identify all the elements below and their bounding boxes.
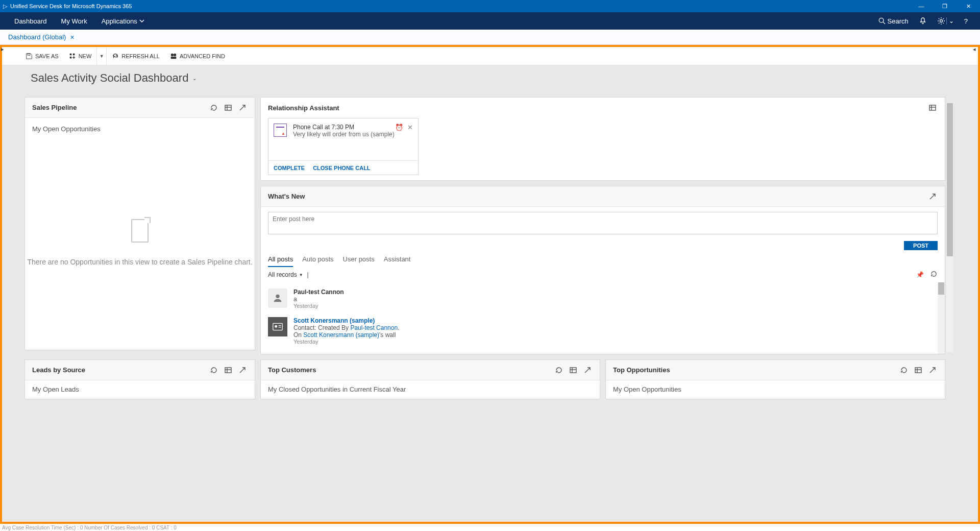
content-scrollbar[interactable] bbox=[946, 103, 953, 352]
dashboard-content: Sales Pipeline My Open Opportunities The… bbox=[2, 91, 978, 522]
svg-rect-24 bbox=[570, 368, 576, 373]
minimize-button[interactable]: — bbox=[910, 0, 933, 12]
view-records-icon[interactable] bbox=[927, 103, 938, 113]
dashboard-title: Sales Activity Social Dashboard bbox=[31, 71, 188, 85]
view-records-icon[interactable] bbox=[568, 365, 578, 375]
nav-notifications[interactable] bbox=[914, 12, 932, 30]
link-paul-test[interactable]: Paul-test Cannon bbox=[350, 324, 398, 331]
advanced-find-button[interactable]: ADVANCED FIND bbox=[165, 47, 230, 65]
search-icon bbox=[878, 17, 886, 25]
refresh-panel-icon[interactable] bbox=[209, 103, 219, 113]
svg-rect-27 bbox=[915, 368, 921, 373]
nav-applications[interactable]: Applications bbox=[94, 12, 152, 30]
expand-left-icon[interactable]: ▸ bbox=[1, 46, 7, 52]
tab-auto-posts[interactable]: Auto posts bbox=[302, 255, 333, 267]
assistant-card[interactable]: Phone Call at 7:30 PM Very likely will o… bbox=[268, 118, 419, 175]
svg-rect-13 bbox=[929, 105, 936, 110]
records-filter[interactable]: All records bbox=[268, 271, 297, 278]
chevron-down-icon[interactable]: ▼ bbox=[299, 273, 303, 277]
status-text: Avg Case Resolution Time (Sec) : 0 Numbe… bbox=[2, 525, 177, 530]
enlarge-panel-icon[interactable] bbox=[927, 365, 938, 375]
post-body-line2: On Scott Konersmann (sample)'s wall bbox=[293, 331, 399, 339]
refresh-panel-icon[interactable] bbox=[554, 365, 564, 375]
sales-pipeline-panel: Sales Pipeline My Open Opportunities The… bbox=[24, 97, 255, 350]
maximize-button[interactable]: ❐ bbox=[933, 0, 957, 12]
sales-pipeline-subtitle: My Open Opportunities bbox=[25, 118, 255, 140]
close-phone-call-action[interactable]: CLOSE PHONE CALL bbox=[313, 165, 370, 171]
dashboard-frame: ▸ ◂ SAVE AS NEW ▼ REFRESH ALL ADVANCED F… bbox=[0, 45, 980, 524]
view-records-icon[interactable] bbox=[223, 365, 233, 375]
empty-pipeline-text: There are no Opportunities in this view … bbox=[27, 258, 252, 266]
app-icon: ▷ bbox=[3, 3, 7, 10]
new-button[interactable]: NEW bbox=[64, 47, 97, 65]
main-nav-bar: Dashboard My Work Applications Search ⌄ … bbox=[0, 12, 980, 30]
view-records-icon[interactable] bbox=[223, 103, 233, 113]
phone-call-activity-icon bbox=[274, 124, 287, 137]
post-author-link[interactable]: Scott Konersmann (sample) bbox=[293, 317, 399, 324]
svg-rect-17 bbox=[273, 323, 282, 330]
nav-my-work[interactable]: My Work bbox=[54, 12, 94, 30]
card-subtitle: Very likely will order from us (sample) bbox=[293, 131, 395, 138]
tab-strip: Dashboard (Global) × bbox=[0, 30, 980, 45]
enlarge-panel-icon[interactable] bbox=[582, 365, 593, 375]
svg-rect-5 bbox=[73, 53, 75, 55]
pin-icon[interactable]: 📌 bbox=[916, 271, 924, 278]
empty-document-icon bbox=[131, 219, 149, 243]
post-input[interactable] bbox=[268, 212, 938, 234]
expand-right-icon[interactable]: ◂ bbox=[973, 46, 979, 52]
svg-rect-21 bbox=[225, 368, 231, 373]
posts-scrollbar[interactable] bbox=[938, 282, 945, 354]
tab-assistant[interactable]: Assistant bbox=[384, 255, 411, 267]
new-dropdown[interactable]: ▼ bbox=[96, 47, 107, 65]
svg-point-18 bbox=[275, 325, 277, 328]
post-item[interactable]: Scott Konersmann (sample) Contact: Creat… bbox=[268, 313, 938, 349]
enlarge-panel-icon[interactable] bbox=[237, 365, 248, 375]
post-button[interactable]: POST bbox=[904, 241, 938, 250]
tab-dashboard-global[interactable]: Dashboard (Global) × bbox=[5, 31, 78, 43]
window-title: Unified Service Desk for Microsoft Dynam… bbox=[10, 3, 132, 9]
nav-help[interactable]: ? bbox=[959, 12, 973, 30]
refresh-posts-icon[interactable] bbox=[930, 270, 938, 279]
refresh-panel-icon[interactable] bbox=[209, 365, 219, 375]
dashboard-toolbar: SAVE AS NEW ▼ REFRESH ALL ADVANCED FIND bbox=[2, 47, 978, 65]
advanced-find-icon bbox=[170, 53, 177, 60]
svg-rect-3 bbox=[28, 53, 30, 55]
post-item[interactable]: Paul-test Cannon a Yesterday bbox=[268, 284, 938, 313]
svg-rect-9 bbox=[171, 56, 177, 58]
save-as-button[interactable]: SAVE AS bbox=[20, 47, 64, 65]
svg-point-0 bbox=[879, 18, 884, 22]
dismiss-card-icon[interactable]: ✕ bbox=[407, 124, 413, 131]
link-scott-wall[interactable]: Scott Konersmann (sample) bbox=[303, 331, 379, 339]
gear-icon bbox=[937, 17, 945, 25]
nav-search[interactable]: Search bbox=[873, 12, 914, 30]
enlarge-panel-icon[interactable] bbox=[237, 103, 248, 113]
dashboard-dropdown-icon[interactable]: ⌄ bbox=[192, 76, 197, 81]
enlarge-panel-icon[interactable] bbox=[927, 191, 938, 202]
tab-user-posts[interactable]: User posts bbox=[343, 255, 375, 267]
close-tab-icon[interactable]: × bbox=[70, 33, 74, 41]
opps-title: Top Opportunities bbox=[613, 366, 670, 374]
whats-new-title: What's New bbox=[268, 192, 305, 200]
refresh-all-button[interactable]: REFRESH ALL bbox=[107, 47, 165, 65]
top-opportunities-panel: Top Opportunities My Open Opportunities bbox=[605, 359, 945, 399]
save-as-icon bbox=[26, 53, 33, 60]
nav-settings[interactable]: ⌄ bbox=[932, 12, 959, 30]
view-records-icon[interactable] bbox=[913, 365, 923, 375]
window-titlebar: ▷ Unified Service Desk for Microsoft Dyn… bbox=[0, 0, 980, 12]
relationship-assistant-title: Relationship Assistant bbox=[268, 104, 339, 112]
whats-new-panel: What's New POST All posts Auto posts Use… bbox=[260, 186, 945, 354]
refresh-panel-icon[interactable] bbox=[899, 365, 909, 375]
post-time: Yesterday bbox=[293, 339, 399, 345]
post-time: Yesterday bbox=[293, 303, 344, 309]
svg-rect-6 bbox=[69, 56, 71, 58]
post-author: Paul-test Cannon bbox=[293, 288, 344, 296]
svg-point-16 bbox=[276, 295, 279, 298]
complete-action[interactable]: COMPLETE bbox=[274, 165, 305, 171]
card-title: Phone Call at 7:30 PM bbox=[293, 124, 395, 131]
snooze-icon[interactable]: ⏰ bbox=[395, 124, 403, 131]
tab-all-posts[interactable]: All posts bbox=[268, 255, 293, 267]
close-window-button[interactable]: ✕ bbox=[957, 0, 980, 12]
nav-dashboard[interactable]: Dashboard bbox=[7, 12, 54, 30]
new-icon bbox=[69, 53, 76, 60]
dashboard-header: Sales Activity Social Dashboard ⌄ bbox=[2, 65, 978, 91]
